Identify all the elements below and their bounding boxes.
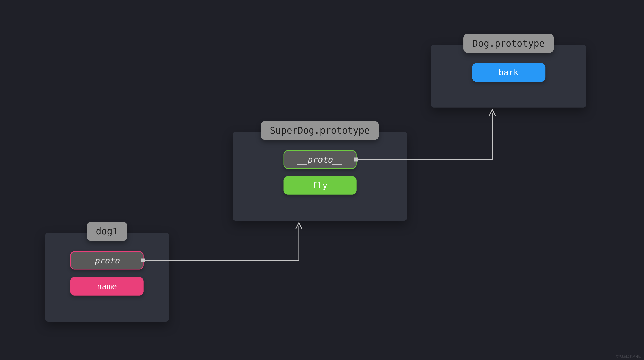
proto-label: __proto__ (297, 154, 342, 165)
node-dog-prototype: Dog.prototype bark (431, 45, 586, 108)
node-dog1-title: dog1 (87, 222, 127, 241)
diagram-canvas: dog1 __proto__ name SuperDog.prototype _… (0, 0, 644, 360)
connector-point (141, 259, 145, 262)
connector-point (354, 157, 358, 161)
watermark: @稀土掘金技术社区 (615, 355, 641, 358)
proto-pill-superdog: __proto__ (283, 150, 356, 169)
node-dog-title: Dog.prototype (463, 34, 554, 53)
node-superdog-prototype: SuperDog.prototype __proto__ fly (233, 132, 407, 221)
proto-label: __proto__ (84, 255, 130, 265)
property-pill-fly: fly (283, 176, 356, 195)
node-superdog-title: SuperDog.prototype (261, 121, 379, 140)
node-dog1: dog1 __proto__ name (45, 233, 169, 322)
property-pill-bark: bark (472, 63, 545, 82)
proto-pill-dog1: __proto__ (70, 251, 144, 269)
property-pill-name: name (70, 277, 144, 296)
